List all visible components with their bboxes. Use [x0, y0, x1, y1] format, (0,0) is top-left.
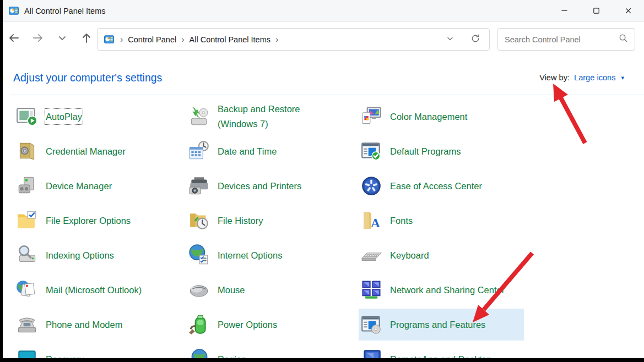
item-date-time[interactable]: Date and Time [186, 135, 351, 167]
default-programs-icon [360, 140, 383, 163]
item-label: File Explorer Options [46, 213, 131, 228]
credential-manager-icon [15, 140, 39, 163]
backup-restore-icon [187, 105, 210, 128]
device-manager-icon [15, 174, 39, 198]
item-indexing-options[interactable]: Indexing Options [14, 239, 180, 271]
devices-printers-icon [187, 174, 210, 198]
item-label: Keyboard [390, 248, 429, 263]
item-label: Color Management [390, 109, 467, 124]
item-label: Ease of Access Center [390, 179, 482, 194]
item-backup-restore[interactable]: Backup and Restore (Windows 7) [186, 101, 351, 133]
item-power-options[interactable]: Power Options [186, 309, 351, 341]
item-label: Phone and Modem [46, 317, 122, 332]
item-phone-modem[interactable]: Phone and Modem [14, 309, 180, 341]
file-explorer-options-icon [15, 209, 39, 232]
item-mouse[interactable]: Mouse [186, 274, 351, 306]
ease-of-access-icon [360, 174, 383, 198]
mail-icon [15, 278, 39, 301]
item-file-history[interactable]: File History [186, 205, 351, 237]
item-label: AutoPlay [46, 109, 82, 124]
item-devices-printers[interactable]: Devices and Printers [186, 170, 351, 202]
item-internet-options[interactable]: Internet Options [186, 239, 351, 271]
item-label: Programs and Features [390, 317, 485, 332]
control-panel-items-grid: AutoPlayCredential ManagerDevice Manager… [0, 0, 644, 362]
mouse-icon [187, 278, 210, 301]
item-label: Backup and Restore (Windows 7) [218, 102, 338, 131]
control-panel-window: All Control Panel Items [0, 0, 644, 362]
item-label: Devices and Printers [218, 179, 301, 194]
item-label: Mouse [218, 283, 245, 298]
item-label: Fonts [390, 213, 413, 228]
item-label: Date and Time [218, 144, 277, 159]
item-keyboard[interactable]: Keyboard [359, 239, 524, 271]
item-label: Power Options [218, 317, 277, 332]
item-default-programs[interactable]: Default Programs [359, 135, 524, 167]
item-file-explorer-options[interactable]: File Explorer Options [14, 205, 180, 237]
date-time-icon [187, 140, 210, 163]
network-sharing-icon [360, 278, 383, 301]
programs-features-icon [360, 313, 383, 336]
item-label: Device Manager [46, 179, 112, 194]
color-management-icon [360, 105, 383, 128]
item-label: Network and Sharing Center [390, 283, 505, 298]
item-ease-of-access[interactable]: Ease of Access Center [359, 170, 524, 202]
internet-options-icon [187, 244, 210, 267]
item-autoplay[interactable]: AutoPlay [14, 101, 180, 133]
svg-text:A: A [371, 216, 380, 230]
file-history-icon [187, 209, 210, 232]
item-label: Mail (Microsoft Outlook) [46, 283, 142, 298]
autoplay-icon [15, 105, 39, 128]
item-device-manager[interactable]: Device Manager [14, 170, 180, 202]
item-label: Default Programs [390, 144, 461, 159]
item-label: Credential Manager [46, 144, 126, 159]
power-options-icon [187, 313, 210, 336]
keyboard-icon [360, 244, 383, 267]
window-border-bottom [0, 358, 644, 362]
item-credential-manager[interactable]: Credential Manager [14, 135, 180, 167]
item-color-management[interactable]: Color Management [359, 101, 524, 133]
item-programs-features[interactable]: Programs and Features [359, 309, 524, 341]
fonts-icon: A [360, 209, 383, 232]
window-border-left [0, 0, 3, 362]
item-fonts[interactable]: AFonts [359, 205, 524, 237]
item-label: File History [218, 213, 263, 228]
item-label: Indexing Options [46, 248, 114, 263]
item-network-sharing[interactable]: Network and Sharing Center [359, 274, 524, 306]
phone-modem-icon [15, 313, 39, 336]
indexing-options-icon [15, 244, 39, 267]
item-label: Internet Options [218, 248, 282, 263]
item-mail[interactable]: Mail (Microsoft Outlook) [14, 274, 180, 306]
